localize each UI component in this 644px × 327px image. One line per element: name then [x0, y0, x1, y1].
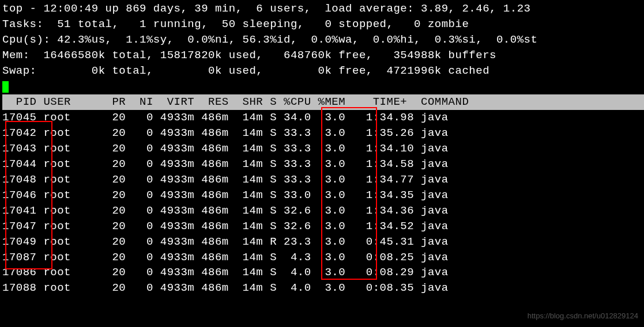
table-row: 17048 root 20 0 4933m 486m 14m S 33.3 3.…: [2, 172, 644, 188]
table-row: 17043 root 20 0 4933m 486m 14m S 33.3 3.…: [2, 141, 644, 157]
watermark-text: https://blog.csdn.net/u012829124: [528, 311, 638, 321]
table-row: 17045 root 20 0 4933m 486m 14m S 34.0 3.…: [2, 110, 644, 126]
top-summary-line-4: Mem: 16466580k total, 15817820k used, 64…: [2, 48, 644, 63]
top-summary-line-5: Swap: 0k total, 0k used, 0k free, 472199…: [2, 63, 644, 79]
table-row: 17088 root 20 0 4933m 486m 14m S 4.0 3.0…: [2, 280, 644, 296]
table-row: 17087 root 20 0 4933m 486m 14m S 4.3 3.0…: [2, 250, 644, 265]
cursor-line: [2, 79, 644, 94]
top-summary-line-1: top - 12:00:49 up 869 days, 39 min, 6 us…: [2, 1, 644, 17]
table-row: 17044 root 20 0 4933m 486m 14m S 33.3 3.…: [2, 157, 644, 172]
process-table-header[interactable]: PID USER PR NI VIRT RES SHR S %CPU %MEM …: [2, 94, 644, 110]
table-row: 17046 root 20 0 4933m 486m 14m S 33.0 3.…: [2, 188, 644, 203]
terminal-cursor: [2, 81, 9, 93]
table-row: 17041 root 20 0 4933m 486m 14m S 32.6 3.…: [2, 203, 644, 219]
top-summary-line-3: Cpu(s): 42.3%us, 1.1%sy, 0.0%ni, 56.3%id…: [2, 32, 644, 48]
table-row: 17047 root 20 0 4933m 486m 14m S 32.6 3.…: [2, 219, 644, 234]
table-row: 17049 root 20 0 4933m 486m 14m R 23.3 3.…: [2, 234, 644, 250]
table-row: 17086 root 20 0 4933m 486m 14m S 4.0 3.0…: [2, 265, 644, 280]
top-summary-line-2: Tasks: 51 total, 1 running, 50 sleeping,…: [2, 17, 644, 32]
table-row: 17042 root 20 0 4933m 486m 14m S 33.3 3.…: [2, 126, 644, 141]
